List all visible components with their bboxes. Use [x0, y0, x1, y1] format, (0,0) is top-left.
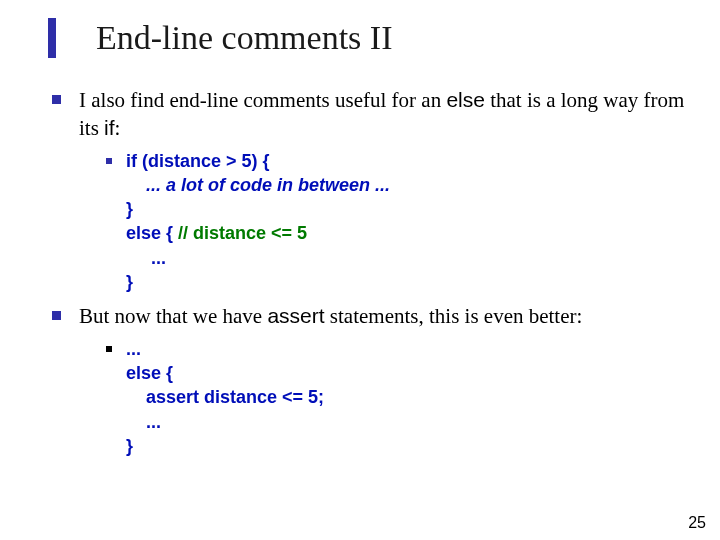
- bullet-2-text: But now that we have assert statements, …: [79, 302, 582, 330]
- code2-l4: ...: [126, 410, 324, 434]
- code2-l1: ...: [126, 337, 324, 361]
- bullet-icon: [52, 311, 61, 320]
- code-block-1: if (distance > 5) { ... a lot of code in…: [106, 149, 690, 295]
- p2-code-assert: assert: [267, 304, 324, 327]
- code1-comment: // distance <= 5: [178, 223, 307, 243]
- p1-part-c: :: [115, 116, 121, 140]
- p1-code-else: else: [446, 88, 485, 111]
- code1-l5: ...: [126, 246, 390, 270]
- code2-l5: }: [126, 434, 324, 458]
- code1-l1: if (distance > 5) {: [126, 149, 390, 173]
- code2-l2: else {: [126, 361, 324, 385]
- bullet-1: I also find end-line comments useful for…: [52, 86, 690, 143]
- p1-code-if: if: [104, 116, 115, 139]
- code1-l2: ... a lot of code in between ...: [126, 173, 390, 197]
- slide-title: End-line comments II: [96, 19, 392, 57]
- p2-part-a: But now that we have: [79, 304, 267, 328]
- code2-l3: assert distance <= 5;: [126, 385, 324, 409]
- p2-part-b: statements, this is even better:: [325, 304, 583, 328]
- code1-l4: else { // distance <= 5: [126, 221, 390, 245]
- code1-l3: }: [126, 197, 390, 221]
- title-bar: End-line comments II: [0, 0, 720, 58]
- code1-l6: }: [126, 270, 390, 294]
- page-number: 25: [688, 514, 706, 532]
- bullet-icon: [52, 95, 61, 104]
- content-area: I also find end-line comments useful for…: [0, 58, 720, 458]
- bullet-2: But now that we have assert statements, …: [52, 302, 690, 330]
- title-accent: [48, 18, 56, 58]
- bullet-1-text: I also find end-line comments useful for…: [79, 86, 690, 143]
- bullet-icon: [106, 346, 112, 352]
- p1-part-a: I also find end-line comments useful for…: [79, 88, 446, 112]
- bullet-icon: [106, 158, 112, 164]
- code-block-2: ... else { assert distance <= 5; ... }: [106, 337, 690, 458]
